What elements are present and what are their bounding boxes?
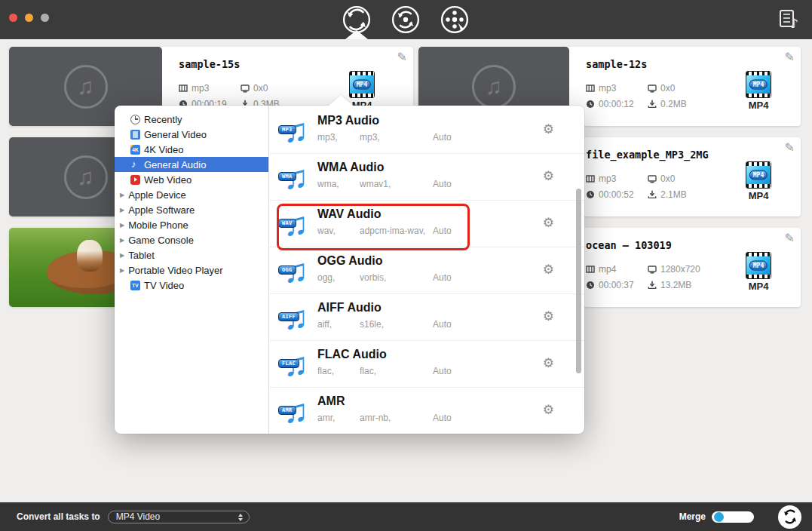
output-format-selector[interactable]: MP4 MP4 — [743, 252, 774, 292]
edit-pencil-icon[interactable]: ✎ — [785, 140, 795, 155]
format-category-item[interactable]: TV Video — [115, 278, 268, 293]
output-format-dropdown[interactable]: MP4 Video — [108, 511, 250, 523]
audio-format-icon: ♫ WMA — [282, 160, 314, 195]
clock-icon — [586, 281, 595, 290]
audio-format-icon: ♫ MP3 — [282, 113, 314, 148]
film-icon — [586, 174, 595, 183]
film-icon — [586, 84, 595, 93]
format-settings-gear-icon[interactable]: ⚙ — [543, 216, 554, 229]
format-row[interactable]: ♫ OGG OGG Audio ogg,vorbis,Auto ⚙ — [270, 247, 584, 294]
format-settings-gear-icon[interactable]: ⚙ — [543, 357, 554, 370]
format-title: WMA Audio — [317, 161, 385, 174]
format-category-list: Recently General Video 4K Video General … — [115, 106, 269, 434]
format-category-item[interactable]: Mobile Phone — [115, 217, 268, 232]
format-category-item[interactable]: Recently — [115, 112, 268, 127]
format-details: wav,adpcm-ima-wav,Auto — [317, 226, 452, 236]
format-list: ♫ MP3 MP3 Audio mp3,mp3,Auto ⚙ ♫ WMA WMA… — [270, 106, 584, 434]
mp4-file-icon: MP4 — [746, 71, 771, 98]
output-format-selector[interactable]: MP4 MP4 — [743, 71, 774, 111]
media-library-icon[interactable]: ♪ — [777, 8, 801, 31]
output-format-selector[interactable]: MP4 MP4 — [743, 161, 774, 201]
resolution-meta: 0x0 — [648, 170, 687, 186]
category-label: Portable Video Player — [128, 265, 223, 276]
popover-arrow — [329, 95, 353, 106]
music-note-icon: ♫ — [472, 65, 516, 109]
format-settings-gear-icon[interactable]: ⚙ — [543, 310, 554, 323]
toggle-knob — [714, 512, 724, 522]
format-meta: mp3 — [586, 170, 648, 186]
category-label: Game Console — [128, 235, 194, 246]
output-format-label: MP4 — [743, 281, 774, 292]
format-row[interactable]: ♫ AMR AMR amr,amr-nb,Auto ⚙ — [270, 388, 584, 434]
title-bar: ♪ — [0, 0, 812, 39]
format-list-scrollbar[interactable] — [576, 189, 581, 373]
format-title: WAV Audio — [317, 207, 381, 221]
format-category-item[interactable]: Tablet — [115, 247, 268, 262]
format-title: OGG Audio — [317, 254, 383, 268]
merge-label: Merge — [679, 511, 706, 522]
download-icon — [648, 100, 657, 109]
task-list-area: ♫ sample-15s mp3 — [0, 39, 812, 502]
size-meta: 13.2MB — [648, 277, 700, 293]
merge-toggle[interactable] — [712, 511, 754, 523]
format-row[interactable]: ♫ WAV WAV Audio wav,adpcm-ima-wav,Auto ⚙ — [270, 201, 584, 247]
format-settings-gear-icon[interactable]: ⚙ — [543, 404, 554, 416]
format-title: AIFF Audio — [317, 301, 381, 315]
format-row[interactable]: ♫ WMA WMA Audio wma,wmav1,Auto ⚙ — [270, 154, 584, 201]
format-settings-gear-icon[interactable]: ⚙ — [543, 123, 554, 136]
bottom-bar: Convert all tasks to MP4 Video Merge — [0, 502, 812, 531]
edit-pencil-icon[interactable]: ✎ — [397, 50, 407, 64]
duration-meta: 00:00:52 — [586, 186, 648, 202]
category-label: Recently — [144, 114, 182, 125]
format-category-item[interactable]: Portable Video Player — [115, 262, 268, 278]
category-label: Web Video — [144, 174, 192, 186]
clock-icon — [586, 100, 595, 109]
edit-pencil-icon[interactable]: ✎ — [785, 231, 795, 245]
music-note-icon: ♫ — [64, 155, 108, 199]
format-row[interactable]: ♫ MP3 MP3 Audio mp3,mp3,Auto ⚙ — [270, 107, 584, 154]
download-icon — [648, 190, 657, 199]
size-meta: 2.1MB — [648, 186, 687, 202]
monitor-icon — [648, 174, 657, 183]
format-category-item[interactable]: Game Console — [115, 232, 268, 247]
editor-tab-icon[interactable] — [440, 5, 469, 34]
format-details: mp3,mp3,Auto — [317, 132, 452, 143]
category-icon — [130, 175, 140, 185]
format-category-item[interactable]: Apple Software — [115, 202, 268, 217]
ripper-tab-icon[interactable] — [391, 5, 420, 34]
format-settings-gear-icon[interactable]: ⚙ — [543, 263, 554, 276]
format-category-item[interactable]: 4K Video — [115, 142, 268, 157]
music-note-icon: ♫ — [64, 65, 108, 109]
category-icon — [130, 115, 140, 124]
minimize-window-button[interactable] — [25, 14, 33, 22]
edit-pencil-icon[interactable]: ✎ — [785, 50, 795, 64]
format-category-item[interactable]: Web Video — [115, 172, 268, 187]
format-row[interactable]: ♫ FLAC FLAC Audio flac,flac,Auto ⚙ — [270, 341, 584, 388]
category-icon — [130, 160, 140, 170]
resolution-meta: 0x0 — [648, 80, 687, 96]
format-category-item[interactable]: General Audio — [115, 157, 268, 172]
convert-all-button[interactable] — [778, 505, 801, 529]
category-label: 4K Video — [144, 144, 184, 155]
format-details: ogg,vorbis,Auto — [317, 272, 452, 283]
download-icon — [648, 281, 657, 290]
zoom-window-button[interactable] — [41, 14, 49, 22]
audio-format-icon: ♫ AMR — [282, 394, 314, 428]
category-label: TV Video — [144, 280, 184, 291]
monitor-icon — [241, 84, 250, 93]
format-category-item[interactable]: General Video — [115, 127, 268, 142]
audio-format-icon: ♫ WAV — [282, 207, 314, 241]
format-settings-gear-icon[interactable]: ⚙ — [543, 170, 554, 183]
format-details: aiff,s16le,Auto — [317, 319, 452, 330]
format-category-item[interactable]: Apple Device — [115, 187, 268, 202]
media-title: ocean – 103019 — [586, 239, 672, 251]
mp4-file-icon: MP4 — [746, 161, 771, 189]
category-icon — [130, 145, 140, 155]
close-window-button[interactable] — [9, 14, 17, 22]
clock-icon — [586, 190, 595, 199]
output-format-popover: Recently General Video 4K Video General … — [115, 106, 584, 434]
format-details: amr,amr-nb,Auto — [317, 413, 452, 423]
format-row[interactable]: ♫ AIFF AIFF Audio aiff,s16le,Auto ⚙ — [270, 294, 584, 341]
media-title: sample-12s — [586, 58, 647, 70]
duration-meta: 00:00:12 — [586, 96, 648, 112]
